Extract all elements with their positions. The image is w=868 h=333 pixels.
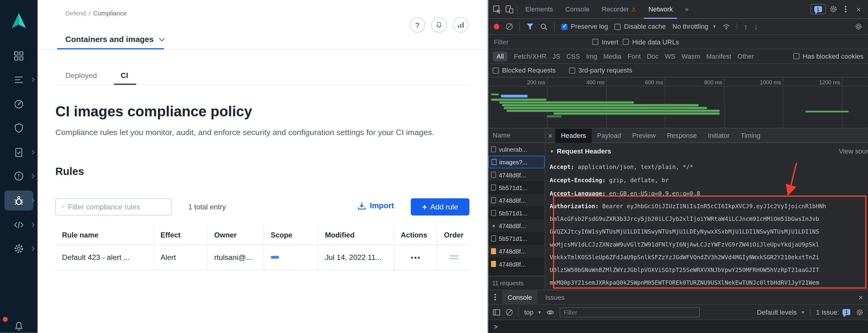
tab-initiator[interactable]: Initiator	[702, 128, 735, 143]
usage-button[interactable]	[453, 17, 468, 33]
cell-rule-name[interactable]: Default 423 - alert ...	[55, 245, 154, 270]
column-header[interactable]: Owner	[208, 225, 264, 244]
issues-button[interactable]: 1	[810, 4, 826, 14]
request-row[interactable]: vulnerab...	[488, 143, 545, 156]
request-row[interactable]: 4748d8f...	[488, 219, 545, 232]
filter-chip-css[interactable]: CSS	[566, 52, 580, 60]
gear-icon[interactable]	[829, 5, 837, 13]
drawer-tab-console[interactable]: Console	[502, 290, 537, 305]
checkbox-icon[interactable]	[623, 39, 629, 45]
column-header[interactable]: Order	[437, 225, 469, 244]
tab-console[interactable]: Console	[561, 0, 594, 19]
checkbox-icon[interactable]	[592, 39, 598, 45]
column-header[interactable]: Actions	[394, 225, 437, 244]
checkbox-icon[interactable]	[493, 67, 499, 73]
tab-timing[interactable]: Timing	[735, 128, 766, 143]
disable-cache-checkbox[interactable]: Disable cache	[615, 23, 665, 31]
sidebar-item-alerts[interactable]	[0, 165, 38, 187]
add-rule-button[interactable]: + Add rule	[411, 198, 469, 215]
sidebar-item-dashboard[interactable]	[0, 45, 38, 66]
log-levels-dropdown[interactable]: Default levels▾	[757, 308, 804, 316]
request-row[interactable]: 5b571d1...	[488, 181, 545, 194]
export-har-icon[interactable]: ↓	[754, 22, 758, 31]
network-overview[interactable]: 200 ms 400 ms 600 ms 800 ms 1000 ms 1200…	[488, 78, 868, 129]
network-settings-gear-icon[interactable]	[855, 23, 863, 31]
request-headers-section[interactable]: ▼ Request Headers	[550, 148, 868, 155]
blocked-requests-checkbox[interactable]: Blocked Requests	[493, 66, 555, 74]
column-header[interactable]: Rule name	[55, 225, 154, 244]
checkbox-icon[interactable]	[569, 67, 575, 73]
sidebar-item-policies[interactable]	[0, 69, 38, 90]
sidebar-item-radar[interactable]	[0, 94, 38, 115]
tab-payload[interactable]: Payload	[592, 128, 627, 143]
filter-chip-img[interactable]: Img	[586, 52, 597, 60]
invert-checkbox[interactable]: Invert	[592, 38, 618, 46]
blocked-cookies-checkbox[interactable]: Has blocked cookies	[793, 52, 864, 60]
tab-response[interactable]: Response	[661, 128, 703, 143]
preserve-log-checkbox[interactable]: Preserve log	[561, 23, 608, 31]
console-prompt[interactable]: >	[488, 320, 868, 333]
notifications-button[interactable]	[431, 17, 447, 33]
request-row[interactable]: 5b571d1...	[488, 232, 545, 245]
request-row-selected[interactable]: images?...	[488, 156, 545, 168]
sidebar-item-notifications[interactable]	[0, 316, 38, 333]
request-row[interactable]: 4748d8f...	[488, 168, 545, 181]
request-row[interactable]: 4748d8f...	[488, 194, 545, 207]
clear-console-icon[interactable]	[506, 309, 513, 315]
close-devtools-icon[interactable]: ×	[854, 5, 864, 13]
column-header[interactable]: Modified	[318, 225, 394, 244]
drawer-tab-issues[interactable]: Issues	[540, 290, 570, 305]
filter-chip-js[interactable]: JS	[552, 52, 560, 60]
breadcrumb-section[interactable]: Defend	[65, 10, 86, 17]
filter-chip-other[interactable]: Other	[738, 52, 754, 60]
record-button[interactable]	[494, 24, 499, 29]
request-row[interactable]: 4748d8f...	[488, 258, 545, 270]
more-tabs-button[interactable]: »	[680, 0, 693, 19]
tab-recorder[interactable]: Recorder⚠	[597, 0, 641, 19]
table-row[interactable]: Default 423 - alert ... Alert rtulsani@.…	[55, 245, 469, 270]
close-details-icon[interactable]: ×	[545, 131, 555, 140]
filter-chip-media[interactable]: Media	[603, 52, 621, 60]
console-settings-gear-icon[interactable]	[856, 308, 864, 316]
tab-network[interactable]: Network	[644, 0, 677, 19]
filter-funnel-icon[interactable]	[526, 23, 534, 30]
rules-filter-input[interactable]	[68, 203, 165, 211]
search-icon[interactable]	[540, 23, 548, 30]
checkbox-checked-icon[interactable]	[561, 24, 567, 30]
third-party-checkbox[interactable]: 3rd-party requests	[569, 66, 632, 74]
sidebar-item-defend[interactable]	[0, 118, 38, 139]
tab-ci[interactable]: CI	[121, 71, 128, 80]
issues-counter[interactable]: 1 Issue:1	[816, 308, 850, 316]
name-column-header[interactable]: Name	[488, 128, 545, 143]
close-drawer-icon[interactable]: ×	[856, 293, 866, 302]
tab-preview[interactable]: Preview	[627, 128, 661, 143]
request-row[interactable]: 4748d8f...	[488, 245, 545, 258]
filter-chip-fetch-xhr[interactable]: Fetch/XHR	[514, 52, 547, 60]
hide-data-urls-checkbox[interactable]: Hide data URLs	[623, 38, 679, 46]
filter-chip-doc[interactable]: Doc	[647, 52, 659, 60]
inspect-icon[interactable]	[493, 5, 501, 13]
request-row[interactable]: 5b571d1...	[488, 207, 545, 219]
tab-headers[interactable]: Headers	[555, 128, 592, 143]
drag-handle-icon[interactable]	[450, 255, 464, 259]
clear-icon[interactable]	[506, 23, 513, 30]
device-toolbar-icon[interactable]	[505, 5, 514, 13]
sidebar-item-settings[interactable]	[0, 238, 38, 259]
drawer-menu-icon[interactable]	[494, 297, 496, 298]
scope-dropdown[interactable]: Containers and images	[65, 35, 163, 43]
sidebar-item-code[interactable]	[0, 214, 38, 235]
view-source-link[interactable]: View sour	[839, 148, 868, 155]
tab-deployed[interactable]: Deployed	[65, 71, 97, 80]
filter-chip-font[interactable]: Font	[627, 52, 641, 60]
import-har-icon[interactable]: ↑	[744, 22, 747, 31]
network-conditions-icon[interactable]	[722, 23, 730, 30]
import-button[interactable]: Import	[358, 201, 394, 210]
filter-chip-ws[interactable]: WS	[665, 52, 675, 60]
checkbox-icon[interactable]	[615, 24, 621, 30]
context-selector[interactable]: top▾	[524, 308, 541, 316]
tab-elements[interactable]: Elements	[521, 0, 558, 19]
column-header[interactable]: Scope	[264, 225, 318, 244]
checkbox-icon[interactable]	[793, 53, 799, 59]
network-filter-input[interactable]	[494, 38, 588, 46]
column-header[interactable]: Effect	[154, 225, 208, 244]
